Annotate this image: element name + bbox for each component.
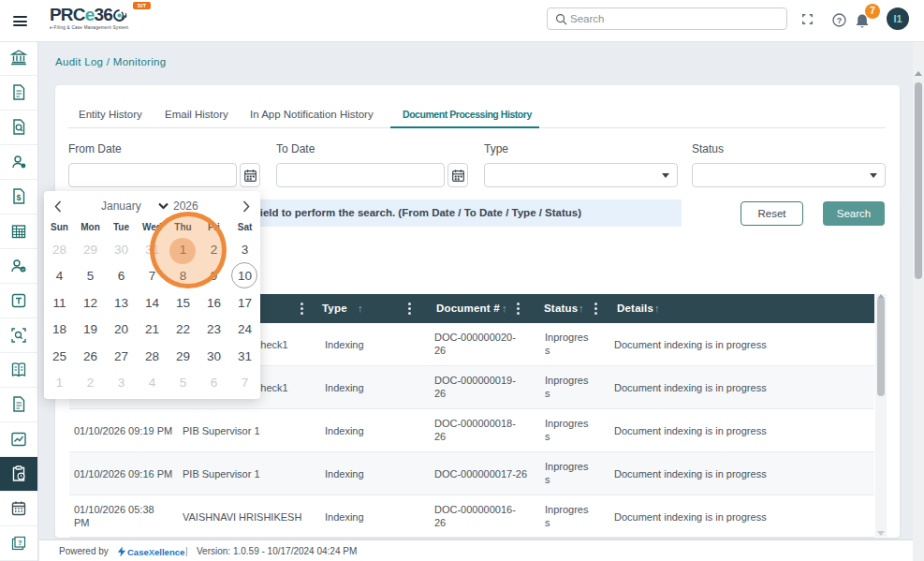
svg-text:$: $ bbox=[16, 192, 21, 201]
svg-text:?: ? bbox=[837, 16, 843, 25]
svg-text:?: ? bbox=[18, 539, 22, 547]
